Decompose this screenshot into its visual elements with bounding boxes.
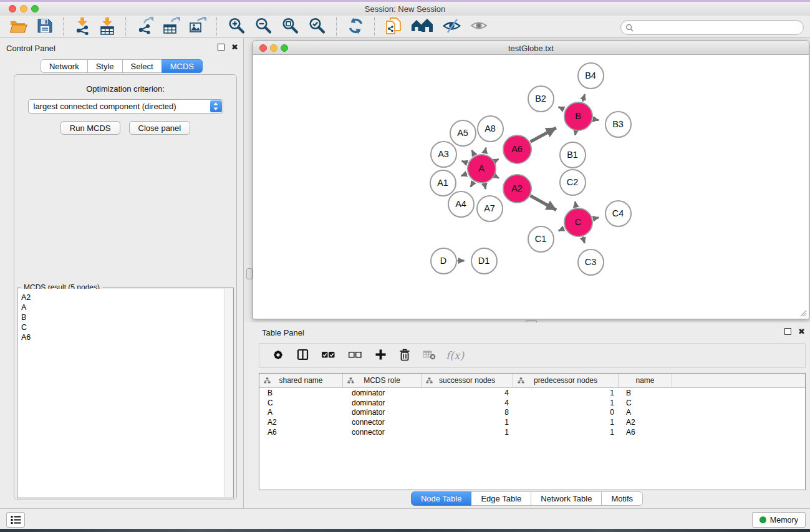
table-panel-title: Table Panel xyxy=(262,328,304,337)
mcds-result-item[interactable]: C xyxy=(18,322,233,332)
node-A2[interactable]: A2 xyxy=(503,174,532,203)
save-session-button[interactable] xyxy=(32,17,57,37)
zoom-in-button[interactable] xyxy=(223,16,250,37)
tab-select[interactable]: Select xyxy=(122,59,162,73)
node-A6[interactable]: A6 xyxy=(503,135,532,164)
function-builder-button[interactable]: f(x) xyxy=(442,349,468,362)
tab-motifs[interactable]: Motifs xyxy=(601,491,643,506)
mcds-result-item[interactable]: B xyxy=(18,312,233,322)
window-resize-grip[interactable] xyxy=(798,308,807,317)
vertical-splitter-grip[interactable] xyxy=(246,268,253,279)
zoom-out-button[interactable] xyxy=(250,16,277,37)
export-table-button[interactable] xyxy=(158,16,185,37)
close-panel-button[interactable]: Close panel xyxy=(129,121,191,135)
refresh-view-button[interactable] xyxy=(343,17,369,37)
mcds-result-item[interactable]: A2 xyxy=(18,293,233,302)
close-table-panel-icon[interactable]: ✖ xyxy=(798,328,805,335)
create-column-button[interactable] xyxy=(369,349,393,362)
deselect-all-button[interactable] xyxy=(342,349,369,362)
tab-edge-table[interactable]: Edge Table xyxy=(471,491,531,506)
float-panel-icon[interactable] xyxy=(218,44,224,51)
column-header-successor-nodes[interactable]: successor nodes xyxy=(422,374,513,387)
column-header-MCDS-role[interactable]: MCDS role xyxy=(343,374,422,387)
task-history-button[interactable] xyxy=(6,512,25,528)
node-A8[interactable]: A8 xyxy=(477,115,504,142)
tab-mcds[interactable]: MCDS xyxy=(162,59,203,73)
open-session-button[interactable] xyxy=(5,17,32,37)
show-graphics-details-button[interactable] xyxy=(466,18,492,35)
memory-button[interactable]: Memory xyxy=(752,512,806,528)
mcds-result-item[interactable]: A6 xyxy=(18,332,233,342)
table-cell: 1 xyxy=(513,418,619,427)
node-C3[interactable]: C3 xyxy=(577,249,604,276)
result-scrollbar[interactable] xyxy=(224,289,233,497)
node-A[interactable]: A xyxy=(467,154,496,183)
tab-node-table[interactable]: Node Table xyxy=(411,491,472,506)
node-C[interactable]: C xyxy=(564,208,593,237)
toolbar-group xyxy=(223,16,330,37)
export-image-button[interactable] xyxy=(185,16,211,37)
table-row[interactable]: A2connector11A2 xyxy=(259,417,805,427)
zoom-fit-button[interactable] xyxy=(277,16,304,37)
delete-column-button[interactable] xyxy=(393,349,417,363)
network-overview-button[interactable] xyxy=(407,17,438,36)
import-table-button[interactable] xyxy=(95,16,120,37)
node-C1[interactable]: C1 xyxy=(528,226,554,253)
delete-table-button[interactable] xyxy=(417,349,442,362)
column-header-predecessor-nodes[interactable]: predecessor nodes xyxy=(513,374,619,387)
node-C4[interactable]: C4 xyxy=(605,200,632,227)
table-settings-button[interactable] xyxy=(266,349,291,363)
mcds-result-item[interactable]: A xyxy=(18,302,233,312)
optimization-criterion-select[interactable]: largest connected component (directed) xyxy=(28,99,223,114)
table-row[interactable]: Bdominator41B xyxy=(259,388,805,398)
zoom-selected-button[interactable] xyxy=(304,16,330,37)
network-window-title: testGlobe.txt xyxy=(253,44,809,53)
network-canvas[interactable]: B4B2BB3A8A5A6A3B1AC2A1A2A4A7C4CC1C3DD1 xyxy=(254,55,808,318)
search-input[interactable] xyxy=(636,21,799,34)
toolbar-separator xyxy=(336,17,337,36)
node-B1[interactable]: B1 xyxy=(559,142,586,168)
node-B3[interactable]: B3 xyxy=(605,111,632,138)
select-all-icon xyxy=(321,349,335,362)
hierarchy-icon xyxy=(347,377,354,385)
node-A1[interactable]: A1 xyxy=(430,170,456,196)
tab-style[interactable]: Style xyxy=(87,59,123,73)
node-C2[interactable]: C2 xyxy=(559,169,586,196)
select-all-button[interactable] xyxy=(315,349,342,362)
node-A4[interactable]: A4 xyxy=(448,191,475,218)
node-B2[interactable]: B2 xyxy=(528,85,554,112)
clone-network-button[interactable] xyxy=(381,16,407,37)
column-header-shared-name[interactable]: shared name xyxy=(259,374,343,387)
tab-network[interactable]: Network xyxy=(41,59,88,73)
import-network-button[interactable] xyxy=(70,16,95,37)
table-row[interactable]: A6connector11A6 xyxy=(259,427,805,437)
column-header-name[interactable]: name xyxy=(619,374,672,387)
run-mcds-button[interactable]: Run MCDS xyxy=(60,121,120,135)
import-table-icon xyxy=(99,17,115,37)
tab-network-table[interactable]: Network Table xyxy=(531,491,602,506)
toolbar-group xyxy=(381,16,492,37)
select-stepper-icon xyxy=(210,100,222,112)
toolbar-group xyxy=(5,17,57,37)
hide-graphics-details-button[interactable] xyxy=(438,17,466,36)
table-row[interactable]: Cdominator41C xyxy=(259,398,805,408)
table-body: Bdominator41BCdominator41CAdominator80AA… xyxy=(259,388,805,437)
close-panel-icon[interactable]: ✖ xyxy=(231,44,238,51)
split-panel-button[interactable] xyxy=(291,349,315,362)
node-A3[interactable]: A3 xyxy=(430,141,457,168)
table-cell: A2 xyxy=(619,418,672,427)
network-view-window: testGlobe.txt B4B2BB3A8A5A6A3B1AC2A1A2A4… xyxy=(253,41,809,319)
node-B[interactable]: B xyxy=(564,102,593,131)
network-window-titlebar[interactable]: testGlobe.txt xyxy=(253,41,809,55)
app-titlebar[interactable]: Session: New Session xyxy=(0,2,810,16)
node-B4[interactable]: B4 xyxy=(577,62,604,89)
table-row[interactable]: Adominator80A xyxy=(259,408,805,418)
mcds-result-list[interactable]: A2ABCA6 xyxy=(18,289,233,497)
export-network-button[interactable] xyxy=(132,16,158,37)
node-A7[interactable]: A7 xyxy=(476,195,503,222)
search-field[interactable] xyxy=(620,20,804,35)
node-A5[interactable]: A5 xyxy=(450,120,476,147)
float-table-panel-icon[interactable] xyxy=(784,328,791,335)
node-D[interactable]: D xyxy=(430,248,457,274)
node-D1[interactable]: D1 xyxy=(471,248,498,274)
